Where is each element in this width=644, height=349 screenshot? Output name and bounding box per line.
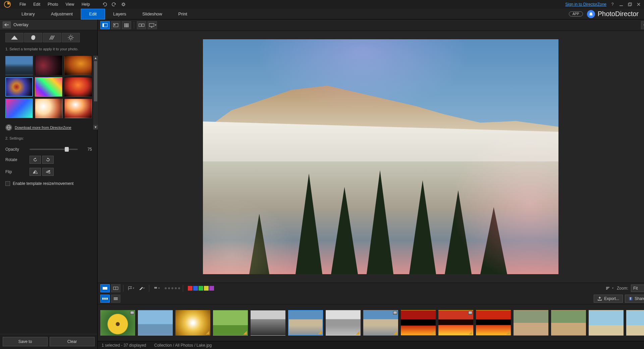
template-item[interactable] [64, 56, 92, 75]
menu-help[interactable]: Help [78, 1, 93, 8]
filmstrip-thumb[interactable] [626, 310, 644, 336]
filter-edited-button[interactable]: ▾ [137, 284, 146, 292]
filmstrip-thumb[interactable] [138, 310, 173, 336]
filmstrip-thumb[interactable] [438, 310, 473, 336]
app-badge[interactable]: APP [569, 11, 583, 16]
filmstrip-thumb[interactable] [551, 310, 586, 336]
tab-edit[interactable]: Edit [81, 9, 105, 19]
template-item[interactable] [5, 77, 33, 97]
menubar: File Edit Photo View Help [16, 1, 93, 8]
menu-photo[interactable]: Photo [44, 1, 61, 8]
filmstrip-thumb[interactable] [288, 310, 323, 336]
tab-library[interactable]: Library [13, 9, 43, 19]
overlay-category-row [0, 30, 97, 45]
mirror-mode-button[interactable] [137, 21, 146, 29]
download-more-link[interactable]: Download more from DirectorZone [0, 121, 97, 134]
light-leak-icon[interactable] [5, 33, 23, 42]
zoom-select[interactable]: Fit▼ [631, 285, 644, 292]
filmstrip-thumb[interactable] [326, 310, 361, 336]
menu-edit[interactable]: Edit [30, 1, 44, 8]
grunge-icon[interactable] [24, 33, 42, 42]
single-view-button[interactable] [100, 21, 110, 29]
filmstrip-list-button[interactable] [111, 295, 120, 303]
template-scrollbar[interactable]: ▲ ▼ [93, 56, 98, 130]
settings-icon[interactable] [120, 1, 127, 8]
canvas-area [98, 31, 644, 283]
filmstrip-thumb[interactable] [476, 310, 511, 336]
svg-rect-28 [127, 23, 128, 24]
flip-horizontal-button[interactable] [30, 168, 41, 176]
export-button[interactable]: Export... [594, 295, 623, 303]
save-to-button[interactable]: Save to [3, 337, 48, 346]
filmstrip-thumb[interactable] [363, 310, 398, 336]
compare-view-button[interactable] [111, 21, 120, 29]
filmstrip-control-bar: Export... fShare... ▼ [98, 293, 644, 304]
step1-label: 1. Select a template to apply it to your… [0, 45, 97, 53]
view-toolbar: ▾ [98, 19, 644, 31]
filmstrip-thumb-button[interactable] [100, 295, 110, 303]
filmstrip-thumb[interactable] [514, 310, 548, 336]
app-logo [3, 0, 12, 9]
filmstrip-thumb[interactable] [589, 310, 624, 336]
filmstrip-thumb[interactable] [251, 310, 285, 336]
template-item[interactable] [5, 99, 33, 118]
maximize-icon[interactable] [627, 2, 633, 7]
redo-icon[interactable] [111, 1, 117, 8]
zoom-tool-button[interactable] [641, 21, 644, 29]
template-item[interactable] [35, 56, 62, 75]
photo-canvas[interactable] [203, 39, 558, 274]
filmstrip-thumb[interactable] [213, 310, 248, 336]
filmstrip[interactable] [98, 304, 644, 341]
template-item[interactable] [64, 99, 92, 118]
rating-filter[interactable] [165, 287, 180, 289]
hide-filmstrip-button[interactable] [111, 284, 120, 292]
flip-vertical-button[interactable] [42, 168, 54, 176]
minimize-icon[interactable] [619, 2, 624, 7]
scroll-thumb[interactable] [94, 61, 97, 101]
template-original[interactable] [5, 56, 33, 75]
bottom-toolbars: ▾ ▾ ▾ ▾ Zoom: Fit▼ [98, 283, 644, 349]
color-red[interactable] [188, 286, 193, 291]
menu-file[interactable]: File [16, 1, 29, 8]
help-icon[interactable]: ? [610, 2, 615, 7]
show-filmstrip-button[interactable] [100, 284, 110, 292]
tab-slideshow[interactable]: Slideshow [134, 9, 170, 19]
clear-button[interactable]: Clear [50, 337, 95, 346]
scroll-down-icon[interactable]: ▼ [93, 125, 98, 130]
undo-icon[interactable] [101, 1, 108, 8]
color-purple[interactable] [209, 286, 214, 291]
opacity-label: Opacity [5, 147, 25, 152]
filter-label-button[interactable]: ▾ [152, 284, 161, 292]
scratch-icon[interactable] [43, 33, 61, 42]
lens-flare-icon[interactable] [62, 33, 80, 42]
filmstrip-thumb[interactable] [401, 310, 436, 336]
filter-flagged-button[interactable]: ▾ [126, 284, 136, 292]
sort-button[interactable]: ▾ [605, 284, 614, 292]
menu-view[interactable]: View [62, 1, 77, 8]
close-icon[interactable] [636, 2, 641, 7]
grid-view-button[interactable] [122, 21, 131, 29]
color-blue[interactable] [193, 286, 198, 291]
notification-icon[interactable] [587, 10, 595, 18]
template-item[interactable] [35, 99, 62, 118]
signin-link[interactable]: Sign in to DirectorZone [565, 2, 606, 7]
back-button[interactable] [3, 21, 11, 28]
tab-print[interactable]: Print [170, 9, 196, 19]
opacity-slider[interactable] [30, 149, 78, 150]
template-item[interactable] [35, 77, 62, 97]
rotate-ccw-button[interactable] [42, 156, 54, 164]
rotate-cw-button[interactable] [30, 156, 41, 164]
svg-rect-23 [103, 23, 104, 27]
color-green[interactable] [199, 286, 203, 291]
scroll-up-icon[interactable]: ▲ [93, 56, 98, 60]
enable-resize-checkbox[interactable] [5, 181, 10, 186]
filmstrip-thumb[interactable] [175, 310, 210, 336]
edit-sidebar: Overlay 1. Select a template to apply it… [0, 19, 98, 349]
filmstrip-thumb[interactable] [100, 310, 135, 336]
share-button[interactable]: fShare... [625, 295, 644, 303]
tab-layers[interactable]: Layers [105, 9, 134, 19]
secondary-display-button[interactable]: ▾ [148, 21, 157, 29]
tab-adjustment[interactable]: Adjustment [43, 9, 81, 19]
color-yellow[interactable] [204, 286, 209, 291]
template-item[interactable] [64, 77, 92, 97]
